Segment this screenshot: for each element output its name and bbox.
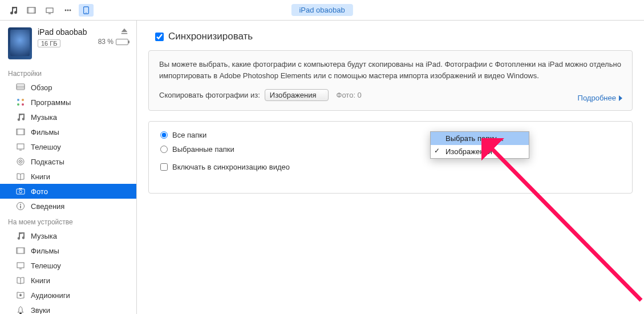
checkbox-include-video[interactable]: Включать в синхронизацию видео (160, 163, 621, 171)
svg-rect-26 (17, 189, 25, 194)
movies-tab-icon[interactable] (24, 4, 39, 17)
sidebar-item-label: Музыка (31, 232, 57, 240)
tones-icon (16, 305, 25, 314)
info-box: Вы можете выбрать, какие фотографии с ко… (148, 50, 633, 111)
svg-point-7 (70, 9, 71, 11)
svg-point-16 (22, 103, 24, 106)
svg-point-5 (65, 9, 67, 11)
svg-point-9 (86, 12, 86, 13)
media-tabs (6, 4, 94, 17)
sidebar-item-apps[interactable]: Программы (0, 95, 136, 110)
sidebar-item-movies[interactable]: Фильмы (0, 124, 136, 139)
device-thumbnail (8, 27, 32, 59)
updown-arrows-icon: ▲▼ (321, 91, 326, 99)
sidebar-item-books[interactable]: Книги (0, 169, 136, 184)
copy-from-label: Скопировать фотографии из: (159, 91, 260, 99)
svg-point-13 (17, 99, 19, 101)
battery-icon (116, 39, 128, 45)
svg-point-15 (17, 103, 19, 106)
device-capacity-badge: 16 ГБ (38, 39, 60, 47)
sync-checkbox[interactable] (155, 33, 164, 41)
overview-icon (16, 83, 25, 92)
radio-input-all[interactable] (160, 131, 168, 139)
podcasts-icon (16, 157, 25, 166)
svg-rect-18 (17, 129, 18, 135)
sidebar-item-od-music[interactable]: Музыка (0, 228, 136, 243)
svg-rect-1 (27, 7, 29, 13)
sidebar-item-label: Телешоу (31, 143, 61, 151)
battery-status: 83 % (98, 38, 128, 46)
sidebar-item-photos[interactable]: Фото (0, 184, 136, 199)
svg-point-14 (22, 99, 24, 101)
radio-input-selected[interactable] (160, 146, 168, 153)
svg-rect-19 (23, 129, 25, 135)
svg-point-30 (20, 204, 21, 205)
svg-rect-10 (17, 84, 25, 90)
info-text: Вы можете выбрать, какие фотографии с ко… (159, 59, 622, 81)
dropdown-selected-label: Изображения (270, 91, 317, 99)
device-name-pill[interactable]: iPad obaobab (291, 4, 353, 16)
sidebar-item-od-books[interactable]: Книги (0, 273, 136, 288)
tvshows-tab-icon[interactable] (42, 4, 57, 17)
sidebar-item-overview[interactable]: Обзор (0, 80, 136, 95)
more-link[interactable]: Подробнее (578, 94, 623, 102)
sidebar-section-settings: Настройки (0, 65, 136, 80)
sidebar-item-od-movies[interactable]: Фильмы (0, 243, 136, 258)
svg-rect-28 (19, 188, 22, 190)
svg-rect-20 (17, 144, 24, 149)
menu-item-choose-folder[interactable]: Выбрать папку… (431, 132, 529, 145)
movies-icon (16, 246, 25, 255)
menu-item-label: Выбрать папку… (445, 134, 504, 143)
sidebar-item-od-audiobooks[interactable]: Аудиокниги (0, 288, 136, 303)
radio-selected-folders[interactable]: Выбранные папки (160, 145, 621, 154)
svg-rect-33 (17, 248, 18, 253)
tvshows-icon (16, 261, 25, 270)
content-pane: Синхронизировать Вы можете выбрать, каки… (137, 21, 644, 314)
top-toolbar: iPad obaobab (0, 0, 644, 21)
music-icon (16, 112, 25, 122)
sidebar-item-label: Телешоу (31, 261, 61, 270)
sidebar-item-label: Книги (31, 276, 50, 285)
photo-count: Фото: 0 (337, 91, 362, 99)
sidebar-section-on-device: На моем устройстве (0, 214, 136, 228)
sidebar-item-label: Звуки (31, 306, 50, 315)
sidebar-item-music[interactable]: Музыка (0, 110, 136, 124)
radio-all-folders[interactable]: Все папки (160, 131, 621, 139)
more-tab-icon[interactable] (60, 4, 75, 17)
sidebar-item-info[interactable]: Сведения (0, 199, 136, 214)
svg-point-38 (19, 294, 22, 296)
svg-rect-31 (20, 206, 21, 208)
menu-item-images[interactable]: ✓ Изображения (431, 145, 529, 158)
source-dropdown-menu: Выбрать папку… ✓ Изображения (430, 131, 529, 159)
eject-icon[interactable] (120, 27, 128, 35)
svg-point-6 (67, 9, 69, 11)
svg-point-27 (19, 190, 22, 193)
chevron-right-icon (618, 95, 623, 101)
device-tab-icon[interactable] (79, 4, 94, 17)
svg-rect-2 (34, 7, 35, 13)
device-name-label: iPad obaobab (38, 27, 98, 37)
sidebar-item-od-tones[interactable]: Звуки (0, 303, 136, 314)
svg-point-24 (20, 161, 21, 162)
device-header: iPad obaobab 16 ГБ 83 % (0, 24, 136, 65)
sidebar-item-od-tvshows[interactable]: Телешоу (0, 258, 136, 273)
more-link-label: Подробнее (578, 94, 616, 102)
sidebar-item-label: Подкасты (31, 158, 64, 166)
audiobooks-icon (16, 291, 25, 300)
options-box: Все папки Выбранные папки Включать в син… (148, 121, 633, 194)
svg-rect-34 (23, 248, 25, 253)
sidebar-item-label: Фото (31, 187, 48, 196)
music-icon (16, 231, 25, 240)
svg-rect-35 (17, 263, 24, 268)
checkbox-input-video[interactable] (160, 163, 168, 171)
sidebar-item-tvshows[interactable]: Телешоу (0, 139, 136, 154)
photos-icon (16, 187, 25, 196)
svg-rect-3 (46, 8, 53, 13)
source-dropdown[interactable]: Изображения ▲▼ (265, 89, 329, 101)
sidebar-item-label: Обзор (31, 83, 52, 92)
sidebar-item-label: Фильмы (31, 247, 59, 255)
sidebar: iPad obaobab 16 ГБ 83 % Настройки Обзор … (0, 21, 137, 314)
music-tab-icon[interactable] (6, 4, 21, 17)
radio-label: Выбранные папки (172, 145, 234, 154)
sidebar-item-podcasts[interactable]: Подкасты (0, 154, 136, 169)
